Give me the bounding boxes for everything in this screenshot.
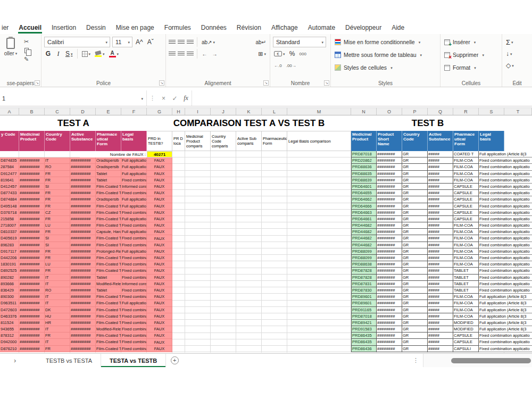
align-right-icon[interactable] xyxy=(187,52,194,56)
cell[interactable]: FAUX xyxy=(147,320,172,326)
column-header-E[interactable]: E xyxy=(96,108,121,115)
cell[interactable]: GR xyxy=(402,177,428,184)
cell[interactable]: ######## xyxy=(377,157,402,164)
cell[interactable]: Fixed combina xyxy=(121,190,147,196)
cell[interactable]: ######## xyxy=(377,307,402,313)
cell[interactable]: D376718 xyxy=(0,210,19,216)
align-center-icon[interactable] xyxy=(178,52,185,56)
cell[interactable]: FILM-COA xyxy=(453,300,479,306)
cell[interactable]: PRD89601 xyxy=(351,294,377,300)
cell[interactable]: Full applicatio xyxy=(121,248,147,255)
cell[interactable]: ##### xyxy=(428,242,453,248)
cell[interactable]: HR xyxy=(45,320,70,326)
cell[interactable]: GR xyxy=(402,222,428,229)
cell[interactable]: Tablet xyxy=(96,171,121,177)
cell[interactable]: PRD88638 xyxy=(351,261,377,268)
cell[interactable]: 811524 xyxy=(0,320,19,326)
cell[interactable]: PRD44682 xyxy=(351,235,377,242)
cell[interactable]: GR xyxy=(402,196,428,203)
insert-function-icon[interactable]: fx xyxy=(180,90,192,106)
cell[interactable]: Film-Coated T xyxy=(96,320,121,326)
cell[interactable]: Fixed combina xyxy=(121,294,147,300)
cell[interactable]: PRD86435 xyxy=(351,339,377,345)
cell[interactable]: ######## xyxy=(377,320,402,326)
cell[interactable]: ######## xyxy=(377,210,402,216)
cell[interactable]: D810337 xyxy=(0,229,19,235)
cell[interactable]: GR xyxy=(402,261,428,268)
cell[interactable]: ##### xyxy=(428,151,453,157)
column-header-N[interactable]: N xyxy=(351,108,377,115)
cell[interactable]: GR xyxy=(402,287,428,294)
column-header-H[interactable]: H xyxy=(172,108,185,115)
cell[interactable]: PRD88635 xyxy=(351,171,377,177)
cell[interactable]: 819641 xyxy=(0,177,19,184)
cell[interactable]: FAUX xyxy=(147,307,172,313)
cell[interactable]: D874835 xyxy=(0,157,19,164)
cell[interactable]: FR xyxy=(45,190,70,196)
align-bottom-icon[interactable] xyxy=(187,40,194,45)
cell[interactable]: ######## xyxy=(377,326,402,332)
column-header-B[interactable]: B xyxy=(19,108,45,115)
column-header-T[interactable]: T xyxy=(504,108,532,115)
column-header-M[interactable]: M xyxy=(287,108,351,115)
cell[interactable]: ##### xyxy=(428,339,453,345)
cell[interactable]: ######## xyxy=(377,203,402,210)
cell[interactable]: Full application (Article 8(3 xyxy=(479,307,532,313)
cell[interactable]: ######### xyxy=(70,320,96,326)
cell[interactable]: ##### xyxy=(428,332,453,339)
cell[interactable]: Film-Coated T xyxy=(96,313,121,320)
cell[interactable]: ######### xyxy=(19,300,45,306)
cell[interactable]: GR xyxy=(402,248,428,255)
cell[interactable]: FILM-COA xyxy=(453,171,479,177)
cell[interactable]: Fixed combination applicatio xyxy=(479,235,532,242)
borders-button[interactable]: ▾ xyxy=(81,49,92,59)
cell[interactable]: FAUX xyxy=(147,177,172,184)
cell[interactable]: ######### xyxy=(70,261,96,268)
percent-style-button[interactable]: % xyxy=(288,49,296,59)
cell[interactable]: CAPSULE xyxy=(453,339,479,345)
cell[interactable]: FR xyxy=(45,177,70,184)
ribbon-tab-développeur[interactable]: Développeur xyxy=(345,22,382,34)
cell[interactable]: 890300 xyxy=(0,294,19,300)
cell[interactable]: FR xyxy=(45,248,70,255)
cell[interactable]: Film-Coated T xyxy=(96,216,121,222)
cell[interactable]: PRD87018 xyxy=(351,151,377,157)
decrease-indent-button[interactable]: ← xyxy=(201,49,209,59)
cell[interactable]: TABLET xyxy=(453,287,479,294)
cell[interactable]: ######## xyxy=(377,346,402,352)
cell[interactable]: FAUX xyxy=(147,196,172,203)
accounting-format-button[interactable]: €▾ xyxy=(273,49,286,59)
cell[interactable]: ######### xyxy=(19,255,45,261)
cell[interactable]: GR xyxy=(402,326,428,332)
delete-cells-button[interactable]: Supprimer ▾ xyxy=(442,48,500,61)
cell[interactable]: Fixed combination applicatio xyxy=(479,275,532,281)
cell[interactable]: D442206 xyxy=(0,255,19,261)
cell[interactable]: FR xyxy=(45,203,70,210)
cell-styles-button[interactable]: Styles de cellules ▾ xyxy=(332,61,438,74)
cell[interactable]: D963511 xyxy=(0,300,19,306)
cell[interactable]: Fixed combina xyxy=(121,268,147,274)
faux-count-cell[interactable]: 40271 xyxy=(147,151,172,157)
sheet-tab-testa-vs-testb[interactable]: TESTA vs TESTB xyxy=(101,354,166,367)
cell[interactable]: Fixed combina xyxy=(121,275,147,281)
cell[interactable]: ######### xyxy=(70,307,96,313)
cell[interactable]: D495148 xyxy=(0,203,19,210)
cell[interactable]: Film-Coated T xyxy=(96,184,121,190)
column-header-O[interactable]: O xyxy=(377,108,402,115)
cell[interactable]: GR xyxy=(402,164,428,170)
cell[interactable]: Fixed combina xyxy=(121,287,147,294)
cell[interactable]: FR xyxy=(45,346,70,352)
cell[interactable]: D892525 xyxy=(0,268,19,274)
cell[interactable]: ######### xyxy=(19,242,45,248)
cell[interactable]: ######### xyxy=(70,210,96,216)
cell[interactable]: ######## xyxy=(377,171,402,177)
cell[interactable]: Fixed combina xyxy=(121,307,147,313)
cell[interactable]: 287584 xyxy=(0,164,19,170)
cell[interactable]: Informed cons xyxy=(121,184,147,190)
cell[interactable]: Fixed combina xyxy=(121,346,147,352)
cell[interactable]: Fixed combination applicatio xyxy=(479,281,532,287)
cell[interactable]: Modified-Rele xyxy=(96,326,121,332)
cell[interactable]: Fixed combina xyxy=(121,210,147,216)
cell[interactable]: ######### xyxy=(70,313,96,320)
comma-style-button[interactable]: 000 xyxy=(298,49,307,59)
